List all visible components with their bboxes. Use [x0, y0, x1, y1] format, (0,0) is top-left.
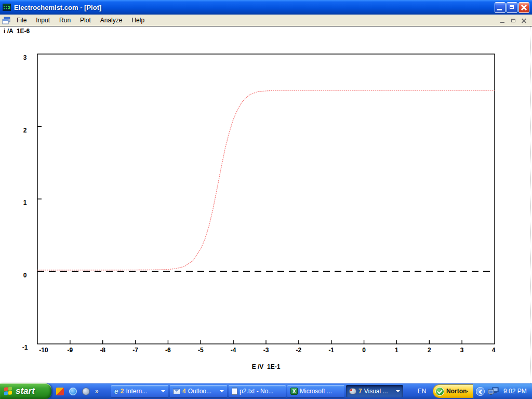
desktop-screen: Electrochemist.com - [Plot] File Input R…: [0, 0, 532, 399]
taskbar-button-visual-active[interactable]: 7 Visual ...: [346, 385, 403, 397]
tray-collapse-chevron-icon[interactable]: [476, 387, 485, 396]
group-dropdown-arrow-icon[interactable]: [161, 390, 165, 392]
outlook-icon: [173, 389, 180, 394]
svg-text:-8: -8: [100, 347, 105, 354]
svg-text:-10: -10: [39, 347, 48, 354]
svg-text:-2: -2: [296, 347, 302, 354]
taskbar-button-label: Microsoft ...: [300, 388, 341, 395]
group-count: 4: [182, 388, 186, 395]
mdi-minimize-button[interactable]: [499, 17, 507, 24]
quick-launch-bar: »: [56, 383, 99, 399]
svg-text:-5: -5: [198, 347, 204, 354]
mdi-system-icon[interactable]: [2, 17, 11, 24]
svg-text:3: 3: [23, 54, 27, 61]
norton-check-icon: [435, 387, 444, 396]
svg-text:-4: -4: [231, 347, 236, 354]
mdi-window-controls: [499, 17, 528, 24]
taskbar: start » e 2 Intern... 4 Outloo...: [0, 383, 532, 399]
voltammogram-plot: -10-9-8-7-6-5-4-3-2-101234-10123: [0, 26, 532, 383]
visual-app-icon: [349, 388, 356, 394]
norton-badge[interactable]: Norton·: [433, 384, 473, 398]
taskbar-button-internet[interactable]: e 2 Intern...: [111, 385, 168, 397]
taskbar-buttons: e 2 Intern... 4 Outloo... p2.txt - No...…: [111, 385, 403, 397]
excel-icon: X: [290, 388, 298, 395]
svg-text:1: 1: [23, 199, 27, 206]
start-button[interactable]: start: [0, 383, 51, 399]
window-controls: [495, 2, 529, 13]
restore-button[interactable]: [507, 2, 517, 13]
start-button-label: start: [16, 386, 35, 396]
menu-bar: File Input Run Plot Analyze Help: [0, 15, 532, 26]
language-indicator[interactable]: EN: [413, 383, 431, 399]
paint-app-icon[interactable]: [56, 388, 64, 395]
svg-text:2: 2: [23, 127, 27, 134]
group-count: 2: [121, 388, 124, 395]
menu-item-analyze[interactable]: Analyze: [96, 15, 127, 26]
group-dropdown-arrow-icon[interactable]: [396, 390, 400, 392]
window-title: Electrochemist.com - [Plot]: [14, 4, 101, 11]
menu-item-help[interactable]: Help: [127, 15, 149, 26]
svg-text:1: 1: [395, 347, 398, 354]
plot-client-area: i /A 1E-6 -10-9-8-7-6-5-4-3-2-101234-101…: [0, 26, 532, 383]
svg-text:-7: -7: [132, 347, 138, 354]
system-tray: 9:02 PM: [473, 383, 532, 399]
svg-text:-1: -1: [22, 344, 28, 351]
svg-text:0: 0: [23, 272, 27, 279]
taskbar-button-label: Intern...: [126, 388, 158, 395]
taskbar-button-excel[interactable]: X Microsoft ...: [287, 385, 344, 397]
quick-launch-overflow-chevron[interactable]: »: [95, 388, 99, 395]
norton-label: Norton·: [446, 388, 469, 395]
app-icon: [3, 3, 11, 11]
menu-item-run[interactable]: Run: [55, 15, 75, 26]
mdi-restore-button[interactable]: [510, 17, 517, 24]
messenger-icon[interactable]: [82, 388, 90, 395]
internet-explorer-icon: e: [114, 388, 118, 395]
close-button[interactable]: [518, 2, 529, 13]
taskbar-button-notepad[interactable]: p2.txt - No...: [229, 385, 286, 397]
menu-item-plot[interactable]: Plot: [75, 15, 96, 26]
taskbar-button-label: Outloo...: [188, 388, 217, 395]
menu-item-file[interactable]: File: [12, 15, 31, 26]
taskbar-button-outlook[interactable]: 4 Outloo...: [170, 385, 227, 397]
taskbar-button-label: Visual ...: [364, 388, 393, 395]
group-count: 7: [358, 388, 362, 395]
client-right-edge: [530, 26, 530, 383]
x-axis-title: E /V 1E-1: [0, 363, 532, 370]
svg-text:-6: -6: [165, 347, 171, 354]
svg-text:3: 3: [460, 347, 464, 354]
menu-item-input[interactable]: Input: [31, 15, 55, 26]
svg-text:2: 2: [428, 347, 431, 354]
network-icon[interactable]: [488, 387, 499, 395]
launch-browser-icon[interactable]: [69, 388, 77, 395]
svg-text:-3: -3: [263, 347, 269, 354]
mdi-close-button[interactable]: [520, 17, 528, 24]
minimize-button[interactable]: [495, 2, 506, 13]
svg-text:-9: -9: [68, 347, 73, 354]
group-dropdown-arrow-icon[interactable]: [220, 390, 224, 392]
taskbar-button-label: p2.txt - No...: [240, 388, 283, 395]
svg-text:-1: -1: [328, 347, 334, 354]
windows-flag-icon: [4, 387, 12, 396]
title-bar: Electrochemist.com - [Plot]: [0, 0, 532, 15]
notepad-icon: [232, 388, 237, 395]
svg-text:0: 0: [362, 347, 366, 354]
clock: 9:02 PM: [503, 388, 527, 395]
svg-text:4: 4: [492, 347, 496, 354]
